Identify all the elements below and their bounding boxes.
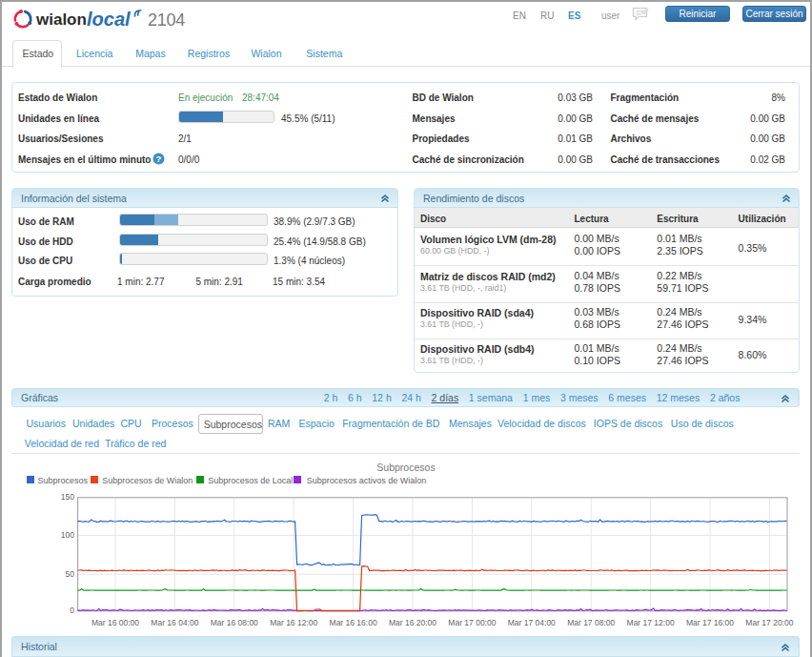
svg-text:Mar 17 12:00: Mar 17 12:00 <box>627 618 675 627</box>
svg-text:Mar 17 08:00: Mar 17 08:00 <box>567 618 615 627</box>
svg-text:150: 150 <box>61 492 74 502</box>
svg-text:Mar 16 04:00: Mar 16 04:00 <box>151 618 198 627</box>
svg-text:Mar 16 12:00: Mar 16 12:00 <box>270 618 317 627</box>
svg-text:Mar 17 04:00: Mar 17 04:00 <box>508 618 556 627</box>
svg-text:?: ? <box>155 154 161 164</box>
svg-text:Mar 16 00:00: Mar 16 00:00 <box>91 618 139 627</box>
svg-text:0: 0 <box>70 606 74 615</box>
svg-text:Mar 16 20:00: Mar 16 20:00 <box>389 618 436 627</box>
svg-text:Mar 17 16:00: Mar 17 16:00 <box>686 618 734 627</box>
svg-text:100: 100 <box>61 530 74 540</box>
svg-text:Mar 16 08:00: Mar 16 08:00 <box>211 618 258 627</box>
svg-text:Mar 17 00:00: Mar 17 00:00 <box>448 618 496 627</box>
svg-text:50: 50 <box>66 569 75 579</box>
svg-text:Mar 17 20:00: Mar 17 20:00 <box>745 618 793 627</box>
svg-text:Mar 16 16:00: Mar 16 16:00 <box>330 618 377 627</box>
